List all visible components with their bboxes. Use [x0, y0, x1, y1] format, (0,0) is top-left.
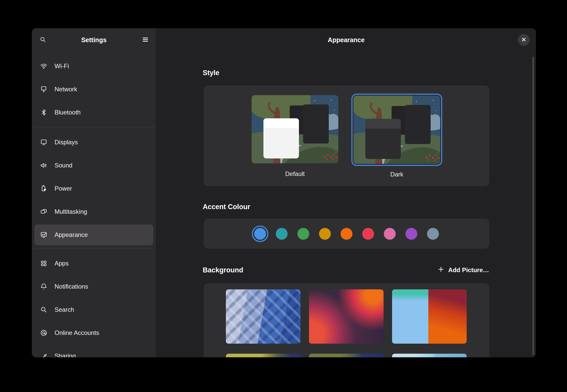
hamburger-menu-icon: [142, 36, 149, 44]
style-preview-dark: [353, 96, 440, 164]
wallpaper-row-2: [226, 354, 467, 357]
add-picture-label: Add Picture…: [448, 266, 489, 274]
accent-color-purple[interactable]: [405, 228, 417, 240]
sidebar-item-multitasking[interactable]: Multitasking: [34, 200, 153, 223]
accent-color-teal[interactable]: [276, 228, 288, 240]
sound-icon: [40, 161, 48, 170]
accent-color-yellow[interactable]: [319, 228, 331, 240]
sidebar-item-label: Network: [55, 86, 77, 93]
screen: Settings Wi-FiNetworkBluetoothDisplaysSo…: [0, 0, 567, 392]
accent-color-pink[interactable]: [384, 228, 396, 240]
accent-colour-card: [204, 219, 489, 249]
sidebar-title: Settings: [32, 28, 156, 51]
plus-icon: [437, 266, 445, 274]
online-accounts-icon: [40, 329, 48, 337]
appearance-icon: [40, 231, 48, 239]
sidebar-item-sharing[interactable]: Sharing: [34, 344, 153, 357]
main-panel: Appearance ✕ Style DefaultDark Accent Co…: [156, 28, 536, 357]
sidebar-item-label: Online Accounts: [55, 329, 99, 336]
notifications-icon: [40, 282, 48, 291]
sidebar-item-label: Wi-Fi: [55, 63, 69, 70]
accent-color-red[interactable]: [362, 228, 374, 240]
sidebar-item-search[interactable]: Search: [34, 298, 153, 321]
sidebar-item-wifi[interactable]: Wi-Fi: [34, 55, 153, 78]
sidebar-item-displays[interactable]: Displays: [34, 131, 153, 154]
sidebar-item-bluetooth[interactable]: Bluetooth: [34, 101, 153, 124]
sidebar-item-label: Multitasking: [55, 208, 87, 215]
sidebar-item-label: Bluetooth: [55, 109, 81, 116]
sidebar-item-label: Sound: [55, 162, 72, 169]
network-icon: [40, 85, 48, 93]
sharing-icon: [40, 352, 48, 357]
wallpaper-pills[interactable]: [392, 289, 467, 344]
sidebar-separator: [34, 127, 156, 127]
style-card: DefaultDark: [204, 85, 489, 186]
multitasking-icon: [40, 208, 48, 216]
accent-colour-heading: Accent Colour: [203, 203, 250, 211]
style-heading: Style: [203, 69, 219, 77]
sidebar-item-label: Notifications: [55, 283, 88, 290]
style-option-dark[interactable]: Dark: [353, 96, 440, 178]
scrollbar[interactable]: [533, 57, 534, 355]
wallpaper-row-1: [226, 289, 467, 344]
accent-color-blue[interactable]: [254, 228, 266, 240]
page-title: Appearance: [156, 28, 536, 51]
sidebar-separator: [34, 248, 156, 248]
wallpaper-blue-mosaic[interactable]: [226, 289, 300, 344]
sidebar-item-label: Apps: [55, 260, 69, 267]
sidebar-item-label: Appearance: [55, 231, 88, 238]
background-heading: Background: [203, 266, 243, 274]
wallpaper-night-sparks[interactable]: [309, 354, 384, 357]
accent-color-green[interactable]: [297, 228, 309, 240]
add-picture-button[interactable]: Add Picture…: [437, 264, 489, 276]
apps-icon: [40, 259, 48, 268]
settings-window: Settings Wi-FiNetworkBluetoothDisplaysSo…: [32, 28, 536, 357]
close-button[interactable]: ✕: [518, 34, 530, 46]
wallpaper-blue-soft[interactable]: [392, 354, 467, 357]
style-option-label: Default: [252, 170, 338, 178]
accent-color-orange[interactable]: [341, 228, 352, 240]
sidebar-item-power[interactable]: Power: [34, 177, 153, 200]
appearance-content: Style DefaultDark Accent Colour Backgrou…: [156, 51, 536, 357]
sidebar-list: Wi-FiNetworkBluetoothDisplaysSoundPowerM…: [32, 51, 156, 357]
style-option-default[interactable]: Default: [252, 95, 338, 178]
sidebar-item-label: Sharing: [55, 352, 76, 357]
bluetooth-icon: [40, 108, 48, 117]
sidebar-item-label: Search: [55, 306, 74, 313]
main-menu-button[interactable]: [139, 34, 151, 46]
power-icon: [40, 184, 48, 193]
sidebar-item-sound[interactable]: Sound: [34, 154, 153, 177]
sidebar-item-online-accounts[interactable]: Online Accounts: [34, 321, 153, 344]
displays-icon: [40, 138, 48, 146]
style-option-label: Dark: [353, 171, 440, 178]
sidebar-item-appearance[interactable]: Appearance: [34, 225, 153, 245]
sidebar-item-label: Power: [55, 185, 72, 192]
sidebar: Settings Wi-FiNetworkBluetoothDisplaysSo…: [32, 28, 156, 357]
accent-color-slate[interactable]: [427, 228, 439, 240]
wallpaper-olive-field[interactable]: [226, 354, 300, 357]
sidebar-item-notifications[interactable]: Notifications: [34, 275, 153, 298]
sidebar-item-network[interactable]: Network: [34, 78, 153, 101]
sidebar-header: Settings: [32, 28, 156, 51]
style-preview-default: [252, 95, 338, 163]
wallpaper-lava-waves[interactable]: [309, 289, 384, 344]
search-icon: [40, 306, 48, 314]
wifi-icon: [40, 62, 48, 70]
sidebar-item-apps[interactable]: Apps: [34, 252, 153, 275]
background-card: [204, 283, 489, 357]
sidebar-item-label: Displays: [55, 139, 78, 146]
